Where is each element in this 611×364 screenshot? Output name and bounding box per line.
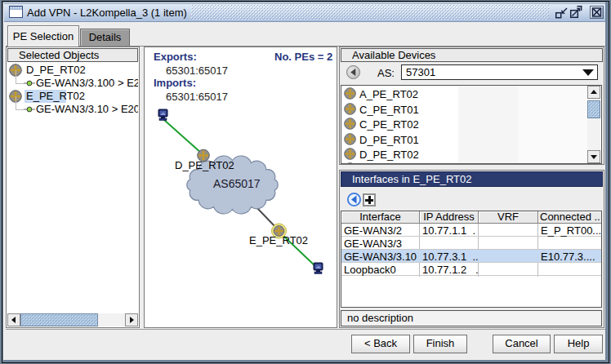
svg-text:E_PE_RT02: E_PE_RT02 [249, 234, 308, 246]
svg-text:AS65017: AS65017 [213, 177, 261, 190]
svg-text:D_PE_RT02: D_PE_RT02 [175, 159, 234, 171]
